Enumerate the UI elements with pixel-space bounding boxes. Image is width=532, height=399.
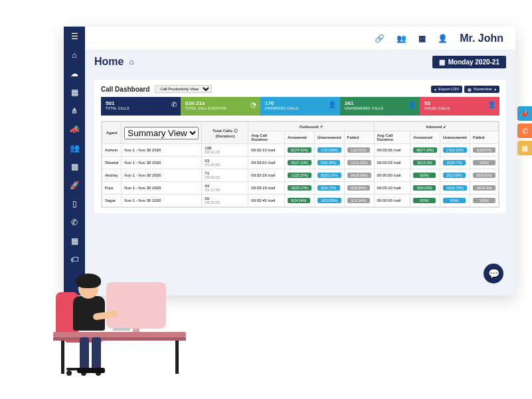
card-title: Call Dashboard <box>101 86 149 93</box>
table-row: AshwinNov 1 - Nov 30 2020198(00:41:13) 0… <box>102 144 499 157</box>
grid-top-icon[interactable]: ▦ <box>418 34 426 43</box>
view-select[interactable]: Call Productivity View <box>155 85 212 93</box>
col-view: Summary View <box>122 122 202 144</box>
users-icon[interactable]: 👥 <box>70 143 79 153</box>
phone-icon[interactable]: ✆ <box>70 218 79 227</box>
group-icon[interactable]: 👥 <box>397 34 406 43</box>
stat-total-duration: 01h 21sTOTAL CALL DURATION◔ <box>181 97 260 116</box>
view-mode-select[interactable]: Summary View <box>124 127 199 139</box>
calendar-icon[interactable]: ▦ <box>70 88 79 97</box>
stats-row: 501TOTAL CALLS✆ 01h 21sTOTAL CALL DURATI… <box>101 97 499 116</box>
hierarchy-icon[interactable]: ⋔ <box>70 106 79 116</box>
table-row: PujaNov 1 - Nov 30 202044(01:12:34) 00:0… <box>102 182 499 195</box>
user-icon[interactable]: 👤 <box>438 34 448 43</box>
user-icon: 👤 <box>328 101 336 108</box>
col-inbound-group: Inbound ↙ <box>374 122 498 131</box>
app-window: ☰ ⌂ ☁ ▦ ⋔ 📣 👥 ▦ 🚀 ▯ ✆ ▦ 🏷 🔗 👥 ▦ 👤 Mr. Jo… <box>64 27 515 295</box>
stat-answered: 170ANSWERED CALLS👤 <box>260 97 340 116</box>
stat-total-calls: 501TOTAL CALLS✆ <box>101 97 181 116</box>
rocket-icon[interactable]: 🚀 <box>70 181 79 190</box>
export-csv-button[interactable]: ▾ Export CSV <box>431 86 462 93</box>
dashboard-card: Call Dashboard Call Productivity View ▾ … <box>94 80 506 213</box>
card-header: Call Dashboard Call Productivity View ▾ … <box>101 85 499 93</box>
chat-fab[interactable]: 💬 <box>484 264 503 283</box>
col-agent: Agent <box>102 122 122 144</box>
col-total: Total Calls ⓘ (Duration) <box>202 122 248 144</box>
page-title: Home ⌂ <box>94 56 134 68</box>
user-icon: 👤 <box>408 101 416 108</box>
stat-unanswered: 261UNANSWERED CALLS👤 <box>340 97 420 116</box>
menu-icon[interactable]: ☰ <box>70 32 79 41</box>
phone-icon: ✆ <box>171 101 177 108</box>
cloud-icon[interactable]: ☁ <box>70 69 79 78</box>
mobile-icon[interactable]: ▯ <box>70 199 79 208</box>
sidebar: ☰ ⌂ ☁ ▦ ⋔ 📣 👥 ▦ 🚀 ▯ ✆ ▦ 🏷 <box>64 27 85 295</box>
col-outbound-group: Outbound ↗ <box>248 122 374 131</box>
user-name[interactable]: Mr. John <box>460 33 503 44</box>
topbar: 🔗 👥 ▦ 👤 Mr. John <box>85 27 515 50</box>
grid-icon[interactable]: ▦ <box>70 162 79 171</box>
illustration <box>53 259 199 398</box>
home-icon[interactable]: ⌂ <box>70 50 79 60</box>
side-action-tabs: 📣 ✆ ▦ <box>517 106 532 155</box>
data-table: Agent Summary View Total Calls ⓘ (Durati… <box>101 121 499 208</box>
date-selector[interactable]: ▦ Monday 2020-21 <box>432 56 506 68</box>
announce-tab[interactable]: 📣 <box>517 106 532 121</box>
dial-tab[interactable]: ▦ <box>517 141 532 155</box>
link-icon[interactable]: 🔗 <box>375 34 385 43</box>
call-tab[interactable]: ✆ <box>517 123 532 138</box>
megaphone-icon[interactable]: 📣 <box>70 125 79 134</box>
stat-failed: 53FAILED CALLS👤 <box>420 97 499 116</box>
clock-icon: ◔ <box>250 101 256 108</box>
page-header: Home ⌂ ▦ Monday 2020-21 <box>85 50 515 73</box>
apps-icon[interactable]: ▦ <box>70 236 79 246</box>
table-row: SagarNov 1 - Nov 30 202026(00:23:25) 00:… <box>102 195 499 207</box>
table-row: AkshayNov 1 - Nov 30 202071(00:43:15) 00… <box>102 169 499 182</box>
user-icon: 👤 <box>488 101 495 108</box>
table-row: SheetalNov 1 - Nov 30 202093(01:18:40) 0… <box>102 157 499 169</box>
period-button[interactable]: ▦ November ▾ <box>464 86 499 93</box>
